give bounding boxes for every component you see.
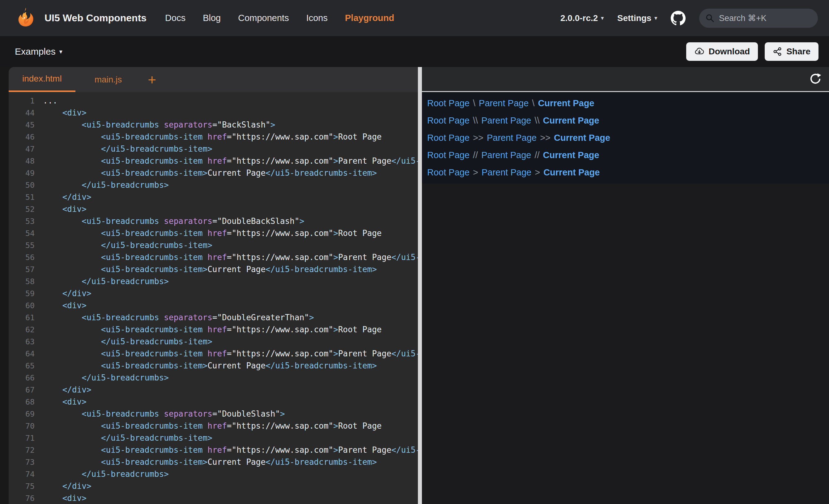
breadcrumb-separator: \ xyxy=(532,98,534,108)
nav-icons[interactable]: Icons xyxy=(306,13,328,23)
code-line[interactable]: 63 </ui5-breadcrumbs-item> xyxy=(9,336,418,348)
code-line[interactable]: 70 <ui5-breadcrumbs-item href="https://w… xyxy=(9,420,418,432)
code-line[interactable]: 59 </div> xyxy=(9,287,418,300)
ui5-logo[interactable] xyxy=(14,7,37,30)
code-line[interactable]: 72 <ui5-breadcrumbs-item href="https://w… xyxy=(9,444,418,456)
settings-dropdown[interactable]: Settings ▾ xyxy=(617,13,657,23)
code-line[interactable]: 58 </ui5-breadcrumbs> xyxy=(9,275,418,287)
code-line[interactable]: 47 </ui5-breadcrumbs-item> xyxy=(9,143,418,155)
line-number: 69 xyxy=(9,408,35,420)
code-text: <ui5-breadcrumbs-item href="https://www.… xyxy=(43,131,382,143)
code-line[interactable]: 1... xyxy=(9,95,418,107)
tab-main-js[interactable]: main.js xyxy=(81,67,136,92)
code-editor[interactable]: 1...44 <div>45 <ui5-breadcrumbs separato… xyxy=(9,92,418,504)
line-number: 66 xyxy=(9,372,35,384)
breadcrumb-link-root[interactable]: Root Page xyxy=(427,133,470,143)
nav-blog[interactable]: Blog xyxy=(203,13,221,23)
code-text: <ui5-breadcrumbs-item href="https://www.… xyxy=(43,420,382,432)
editor-tabbar: index.html main.js + xyxy=(9,67,418,92)
code-line[interactable]: 49 <ui5-breadcrumbs-item>Current Page</u… xyxy=(9,167,418,179)
chevron-down-icon: ▾ xyxy=(654,15,657,21)
code-line[interactable]: 44 <div> xyxy=(9,107,418,119)
breadcrumb-current-page: Current Page xyxy=(543,150,599,160)
bar-actions: Download Share xyxy=(686,42,819,61)
code-text: </ui5-breadcrumbs> xyxy=(43,372,169,384)
code-line[interactable]: 66 </ui5-breadcrumbs> xyxy=(9,372,418,384)
breadcrumb-link-parent[interactable]: Parent Page xyxy=(487,133,537,143)
breadcrumb-link-root[interactable]: Root Page xyxy=(427,116,470,126)
code-text: </ui5-breadcrumbs> xyxy=(43,468,169,480)
line-number: 47 xyxy=(9,143,35,155)
code-text: <div> xyxy=(43,203,86,215)
code-line[interactable]: 68 <div> xyxy=(9,396,418,408)
download-button[interactable]: Download xyxy=(686,42,758,61)
search-input[interactable]: Search ⌘+K xyxy=(699,9,818,28)
breadcrumb-link-parent[interactable]: Parent Page xyxy=(481,150,531,160)
examples-dropdown[interactable]: Examples ▾ xyxy=(15,46,63,57)
code-line[interactable]: 52 <div> xyxy=(9,203,418,215)
line-number: 46 xyxy=(9,131,35,143)
code-line[interactable]: 71 </ui5-breadcrumbs-item> xyxy=(9,432,418,444)
tab-index-html[interactable]: index.html xyxy=(9,67,75,92)
code-line[interactable]: 61 <ui5-breadcrumbs separators="DoubleGr… xyxy=(9,312,418,324)
breadcrumb-link-root[interactable]: Root Page xyxy=(427,98,470,108)
code-line[interactable]: 55 </ui5-breadcrumbs-item> xyxy=(9,239,418,251)
preview-empty-area xyxy=(422,184,829,504)
line-number: 65 xyxy=(9,360,35,372)
share-nodes-icon xyxy=(773,47,782,56)
line-number: 71 xyxy=(9,432,35,444)
nav-playground[interactable]: Playground xyxy=(345,13,394,23)
code-line[interactable]: 50 </ui5-breadcrumbs> xyxy=(9,179,418,191)
code-line[interactable]: 67 </div> xyxy=(9,384,418,396)
code-line[interactable]: 51 </div> xyxy=(9,191,418,203)
breadcrumb-separator: \\ xyxy=(473,116,478,126)
code-text: <ui5-breadcrumbs separators="BackSlash"> xyxy=(43,119,275,131)
code-text: <ui5-breadcrumbs separators="DoubleSlash… xyxy=(43,408,285,420)
line-number: 63 xyxy=(9,336,35,348)
line-number: 53 xyxy=(9,215,35,227)
brand-title[interactable]: UI5 Web Components xyxy=(44,12,146,24)
breadcrumbs-row: Root Page//Parent Page//Current Page xyxy=(427,146,829,164)
share-button[interactable]: Share xyxy=(765,42,819,61)
code-text: </ui5-breadcrumbs> xyxy=(43,275,169,287)
breadcrumb-link-parent[interactable]: Parent Page xyxy=(481,167,531,178)
breadcrumb-link-root[interactable]: Root Page xyxy=(427,167,470,178)
breadcrumb-link-parent[interactable]: Parent Page xyxy=(479,98,529,108)
cloud-download-icon xyxy=(694,47,704,56)
code-line[interactable]: 54 <ui5-breadcrumbs-item href="https://w… xyxy=(9,227,418,239)
code-line[interactable]: 56 <ui5-breadcrumbs-item href="https://w… xyxy=(9,251,418,263)
code-line[interactable]: 62 <ui5-breadcrumbs-item href="https://w… xyxy=(9,324,418,336)
code-line[interactable]: 53 <ui5-breadcrumbs separators="DoubleBa… xyxy=(9,215,418,227)
code-line[interactable]: 64 <ui5-breadcrumbs-item href="https://w… xyxy=(9,348,418,360)
add-tab-button[interactable]: + xyxy=(145,67,159,92)
refresh-button[interactable] xyxy=(808,72,822,86)
breadcrumb-link-parent[interactable]: Parent Page xyxy=(481,116,531,126)
version-dropdown[interactable]: 2.0.0-rc.2 ▾ xyxy=(561,13,604,23)
line-number: 73 xyxy=(9,456,35,468)
line-number: 61 xyxy=(9,312,35,324)
github-link[interactable] xyxy=(671,11,686,26)
nav-components[interactable]: Components xyxy=(238,13,289,23)
breadcrumb-separator: // xyxy=(534,150,539,160)
code-text: <ui5-breadcrumbs-item href="https://www.… xyxy=(43,227,382,239)
code-line[interactable]: 73 <ui5-breadcrumbs-item>Current Page</u… xyxy=(9,456,418,468)
code-line[interactable]: 65 <ui5-breadcrumbs-item>Current Page</u… xyxy=(9,360,418,372)
code-line[interactable]: 46 <ui5-breadcrumbs-item href="https://w… xyxy=(9,131,418,143)
code-line[interactable]: 76 <div> xyxy=(9,492,418,504)
search-placeholder: Search ⌘+K xyxy=(719,13,766,23)
code-line[interactable]: 74 </ui5-breadcrumbs> xyxy=(9,468,418,480)
code-text: <div> xyxy=(43,300,86,312)
code-line[interactable]: 57 <ui5-breadcrumbs-item>Current Page</u… xyxy=(9,263,418,275)
code-line[interactable]: 45 <ui5-breadcrumbs separators="BackSlas… xyxy=(9,119,418,131)
breadcrumb-link-root[interactable]: Root Page xyxy=(427,150,470,160)
code-line[interactable]: 60 <div> xyxy=(9,300,418,312)
breadcrumbs-row: Root Page\Parent Page\Current Page xyxy=(427,94,829,112)
code-text: </ui5-breadcrumbs-item> xyxy=(43,432,212,444)
code-line[interactable]: 75 </div> xyxy=(9,480,418,492)
code-text: </div> xyxy=(43,384,92,396)
code-line[interactable]: 69 <ui5-breadcrumbs separators="DoubleSl… xyxy=(9,408,418,420)
code-text: <ui5-breadcrumbs-item href="https://www.… xyxy=(43,348,418,360)
pane-resizer[interactable] xyxy=(418,67,422,504)
nav-docs[interactable]: Docs xyxy=(165,13,185,23)
code-line[interactable]: 48 <ui5-breadcrumbs-item href="https://w… xyxy=(9,155,418,167)
